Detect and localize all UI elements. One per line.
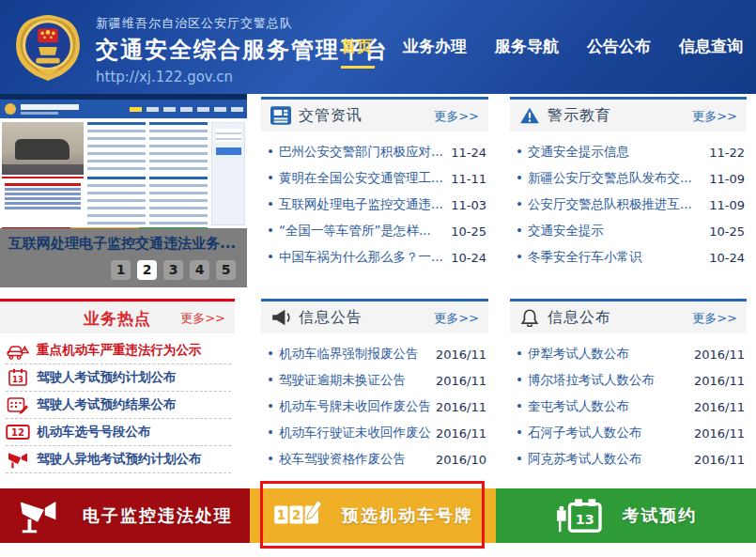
nav-item-info-query[interactable]: 信息查询 [679,36,743,69]
hot-topics-list: 重点机动车严重违法行为公示 13 驾驶人考试预约计划公布 驾驶人考试预约结果公布 [0,333,235,473]
hot-item-exam-plan[interactable]: 13 驾驶人考试预约计划公布 [6,364,231,392]
plate-number-icon: 12 [6,423,30,441]
news-item[interactable]: 奎屯考试人数公布2016/11 [516,394,745,420]
news-item-text: 黄明在全国公安交通管理工... [267,170,445,187]
news-item[interactable]: 阿克苏考试人数公布2016/11 [516,446,745,472]
news-item[interactable]: 公安厅交警总队积极推进互...11-09 [516,192,745,218]
news-item[interactable]: 新疆公安厅交警总队发布交...11-09 [516,165,745,192]
news-item[interactable]: 互联网处理电子监控交通违...11-03 [267,192,486,218]
news-item-date: 10-24 [709,251,745,265]
news-item-date: 2016/11 [694,453,745,467]
info-publish-header: 信息公布 更多>> [510,302,747,333]
news-item[interactable]: 巴州公安交警部门积极应对...11-24 [267,139,486,165]
news-item-text: 机动车临界强制报废公告 [267,346,430,363]
banner-preselect-plate[interactable]: 1 2 预选机动车号牌 [250,488,496,543]
news-item[interactable]: “全国一等车管所”是怎样...10-25 [267,218,486,244]
pager-button-5[interactable]: 5 [216,260,236,280]
news-item-text: 博尔塔拉考试人数公布 [516,372,688,389]
info-publish-section: 信息公布 更多>> 伊犁考试人数公布2016/11 博尔塔拉考试人数公布2016… [510,299,747,472]
info-publish-more-link[interactable]: 更多>> [692,310,737,327]
news-item-date: 10-25 [451,224,486,239]
thumb-notice-column [87,177,146,225]
news-item[interactable]: 驾驶证逾期未换证公告2016/11 [267,367,486,394]
traffic-news-list: 巴州公安交警部门积极应对...11-24 黄明在全国公安交通管理工...11-1… [261,132,488,271]
news-item-text: 互联网处理电子监控交通违... [267,196,445,213]
news-item[interactable]: 伊犁考试人数公布2016/11 [516,341,745,367]
news-item-text: 冬季安全行车小常识 [516,249,703,266]
news-item-date: 2016/11 [694,426,745,441]
news-item[interactable]: 冬季安全行车小常识10-24 [516,244,745,271]
news-item-text: 校车驾驶资格作废公告 [267,451,430,468]
traffic-news-header: 交管资讯 更多>> [261,100,488,132]
news-item[interactable]: 黄明在全国公安交通管理工...11-11 [267,165,486,192]
hot-item-plate-segment[interactable]: 12 机动车选号号段公布 [6,419,231,446]
news-item-text: 伊犁考试人数公布 [516,346,688,363]
warning-education-more-link[interactable]: 更多>> [692,108,737,125]
news-item[interactable]: 交通安全提示信息11-22 [516,139,745,165]
svg-text:1: 1 [277,508,285,522]
news-item-date: 11-09 [709,172,745,186]
news-item-date: 10-25 [709,224,745,239]
news-item[interactable]: 石河子考试人数公布2016/11 [516,420,745,446]
svg-text:13: 13 [575,512,594,527]
hot-item-label: 机动车选号号段公布 [37,424,151,441]
hot-item-exam-result[interactable]: 驾驶人考试预约结果公布 [6,392,231,419]
main-nav: 首页 业务办理 服务导航 公告公布 信息查询 [341,36,743,69]
warning-education-section: 警示教育 更多>> 交通安全提示信息11-22 新疆公安厅交警总队发布交...1… [510,97,747,271]
thumb-nav [130,107,243,112]
warning-education-list: 交通安全提示信息11-22 新疆公安厅交警总队发布交...11-09 公安厅交警… [510,132,747,271]
news-item[interactable]: 校车驾驶资格作废公告2016/10 [267,446,486,472]
hot-item-remote-exam-plan[interactable]: 驾驶人异地考试预约计划公布 [6,446,231,473]
nav-item-service-guide[interactable]: 服务导航 [495,36,559,69]
news-item-date: 2016/11 [436,400,486,414]
thumb-subtitle-bar [21,112,58,115]
news-item[interactable]: 机动车行驶证未收回作废公告2016/11 [267,420,486,446]
news-item-text: 石河子考试人数公布 [516,425,688,441]
quick-action-banners: 电子监控违法处理 1 2 预选机动车号牌 13 考试预约 [0,488,756,543]
news-item-text: 新疆公安厅交警总队发布交... [516,170,703,187]
banner-label: 电子监控违法处理 [83,504,233,527]
thumb-logo [5,103,16,115]
news-carousel: 互联网处理电子监控交通违法业务... 1 2 3 4 5 [0,94,247,287]
news-item[interactable]: 机动车号牌未收回作废公告2016/11 [267,394,486,420]
nav-item-home[interactable]: 首页 [341,36,375,69]
carousel-overlay: 互联网处理电子监控交通违法业务... 1 2 3 4 5 [0,228,247,287]
news-item[interactable]: 机动车临界强制报废公告2016/11 [267,341,486,367]
pager-button-4[interactable]: 4 [190,260,209,280]
car-violation-icon [6,341,30,360]
nav-item-business[interactable]: 业务办理 [403,36,467,69]
hot-item-violation-publicity[interactable]: 重点机动车严重违法行为公示 [6,337,231,364]
thumb-news-column [87,122,146,171]
news-item-date: 11-22 [709,146,745,160]
news-item[interactable]: 博尔塔拉考试人数公布2016/11 [516,367,745,394]
news-item-date: 2016/11 [694,400,745,414]
pager-button-1[interactable]: 1 [111,260,131,280]
banner-exam-appointment[interactable]: 13 考试预约 [496,488,756,543]
info-notice-more-link[interactable]: 更多>> [434,310,479,327]
carousel-caption[interactable]: 互联网处理电子监控交通违法业务... [0,228,247,253]
svg-text:13: 13 [12,375,23,384]
camera-icon [6,450,30,469]
svg-text:2: 2 [292,508,301,522]
news-item-date: 11-11 [451,172,486,186]
hot-item-label: 驾驶人考试预约结果公布 [37,396,177,413]
news-item-text: 交通安全提示信息 [516,144,703,161]
news-item-date: 11-09 [709,198,745,212]
news-item-text: 机动车号牌未收回作废公告 [267,398,430,415]
homepage-thumbnail[interactable] [0,94,247,228]
pager-button-3[interactable]: 3 [163,260,183,280]
traffic-news-more-link[interactable]: 更多>> [434,108,479,125]
thumb-body [0,118,247,228]
info-notice-section: 信息公告 更多>> 机动车临界强制报废公告2016/11 驾驶证逾期未换证公告2… [261,299,488,472]
hot-topics-more-link[interactable]: 更多>> [180,310,225,327]
pager-button-2[interactable]: 2 [137,260,157,280]
thumb-hot-list [2,177,84,225]
nav-item-announcements[interactable]: 公告公布 [587,36,651,69]
news-item-text: 阿克苏考试人数公布 [516,451,688,468]
warning-education-title: 警示教育 [548,106,611,126]
news-item[interactable]: 交通安全提示10-25 [516,218,745,244]
news-item[interactable]: 中国车祸为什么那么多？一...10-24 [267,244,486,271]
banner-monitor-violation[interactable]: 电子监控违法处理 [0,488,250,543]
license-plate-icon: 1 2 [272,496,323,535]
info-publish-title: 信息公布 [548,308,611,328]
